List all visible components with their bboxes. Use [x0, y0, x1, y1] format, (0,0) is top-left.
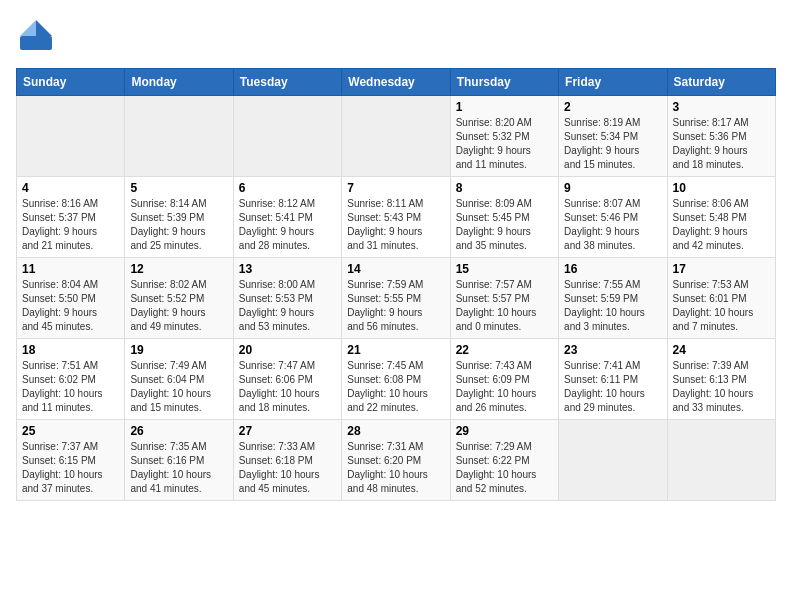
day-info: Sunrise: 7:59 AM Sunset: 5:55 PM Dayligh…: [347, 278, 444, 334]
day-number: 14: [347, 262, 444, 276]
day-number: 28: [347, 424, 444, 438]
calendar-cell: 9Sunrise: 8:07 AM Sunset: 5:46 PM Daylig…: [559, 177, 667, 258]
calendar-week-1: 1Sunrise: 8:20 AM Sunset: 5:32 PM Daylig…: [17, 96, 776, 177]
logo-icon: [16, 16, 56, 56]
day-number: 29: [456, 424, 553, 438]
calendar-cell: [125, 96, 233, 177]
day-info: Sunrise: 7:53 AM Sunset: 6:01 PM Dayligh…: [673, 278, 770, 334]
day-info: Sunrise: 7:39 AM Sunset: 6:13 PM Dayligh…: [673, 359, 770, 415]
day-header-friday: Friday: [559, 69, 667, 96]
calendar-cell: 20Sunrise: 7:47 AM Sunset: 6:06 PM Dayli…: [233, 339, 341, 420]
calendar-cell: 7Sunrise: 8:11 AM Sunset: 5:43 PM Daylig…: [342, 177, 450, 258]
day-number: 24: [673, 343, 770, 357]
day-header-monday: Monday: [125, 69, 233, 96]
calendar-cell: 8Sunrise: 8:09 AM Sunset: 5:45 PM Daylig…: [450, 177, 558, 258]
day-info: Sunrise: 8:09 AM Sunset: 5:45 PM Dayligh…: [456, 197, 553, 253]
calendar-cell: 23Sunrise: 7:41 AM Sunset: 6:11 PM Dayli…: [559, 339, 667, 420]
calendar-cell: [667, 420, 775, 501]
day-info: Sunrise: 7:57 AM Sunset: 5:57 PM Dayligh…: [456, 278, 553, 334]
calendar-cell: 29Sunrise: 7:29 AM Sunset: 6:22 PM Dayli…: [450, 420, 558, 501]
day-info: Sunrise: 7:37 AM Sunset: 6:15 PM Dayligh…: [22, 440, 119, 496]
day-info: Sunrise: 7:49 AM Sunset: 6:04 PM Dayligh…: [130, 359, 227, 415]
day-number: 13: [239, 262, 336, 276]
day-number: 4: [22, 181, 119, 195]
day-number: 9: [564, 181, 661, 195]
day-header-tuesday: Tuesday: [233, 69, 341, 96]
day-info: Sunrise: 8:19 AM Sunset: 5:34 PM Dayligh…: [564, 116, 661, 172]
calendar-cell: 11Sunrise: 8:04 AM Sunset: 5:50 PM Dayli…: [17, 258, 125, 339]
logo: [16, 16, 60, 56]
day-number: 10: [673, 181, 770, 195]
calendar-week-5: 25Sunrise: 7:37 AM Sunset: 6:15 PM Dayli…: [17, 420, 776, 501]
day-header-wednesday: Wednesday: [342, 69, 450, 96]
day-number: 17: [673, 262, 770, 276]
calendar-cell: 6Sunrise: 8:12 AM Sunset: 5:41 PM Daylig…: [233, 177, 341, 258]
day-number: 20: [239, 343, 336, 357]
calendar-cell: 15Sunrise: 7:57 AM Sunset: 5:57 PM Dayli…: [450, 258, 558, 339]
calendar-cell: 4Sunrise: 8:16 AM Sunset: 5:37 PM Daylig…: [17, 177, 125, 258]
day-info: Sunrise: 7:31 AM Sunset: 6:20 PM Dayligh…: [347, 440, 444, 496]
svg-rect-2: [20, 36, 52, 50]
day-number: 8: [456, 181, 553, 195]
calendar-week-3: 11Sunrise: 8:04 AM Sunset: 5:50 PM Dayli…: [17, 258, 776, 339]
svg-marker-1: [20, 20, 36, 36]
calendar-header-row: SundayMondayTuesdayWednesdayThursdayFrid…: [17, 69, 776, 96]
day-number: 5: [130, 181, 227, 195]
day-info: Sunrise: 8:02 AM Sunset: 5:52 PM Dayligh…: [130, 278, 227, 334]
day-header-thursday: Thursday: [450, 69, 558, 96]
day-info: Sunrise: 8:12 AM Sunset: 5:41 PM Dayligh…: [239, 197, 336, 253]
calendar-week-2: 4Sunrise: 8:16 AM Sunset: 5:37 PM Daylig…: [17, 177, 776, 258]
svg-marker-0: [36, 20, 52, 36]
calendar-cell: 26Sunrise: 7:35 AM Sunset: 6:16 PM Dayli…: [125, 420, 233, 501]
day-info: Sunrise: 7:55 AM Sunset: 5:59 PM Dayligh…: [564, 278, 661, 334]
calendar-cell: 2Sunrise: 8:19 AM Sunset: 5:34 PM Daylig…: [559, 96, 667, 177]
day-info: Sunrise: 7:33 AM Sunset: 6:18 PM Dayligh…: [239, 440, 336, 496]
day-info: Sunrise: 8:14 AM Sunset: 5:39 PM Dayligh…: [130, 197, 227, 253]
calendar-cell: [17, 96, 125, 177]
calendar-cell: 1Sunrise: 8:20 AM Sunset: 5:32 PM Daylig…: [450, 96, 558, 177]
day-number: 7: [347, 181, 444, 195]
day-info: Sunrise: 8:11 AM Sunset: 5:43 PM Dayligh…: [347, 197, 444, 253]
day-info: Sunrise: 8:20 AM Sunset: 5:32 PM Dayligh…: [456, 116, 553, 172]
calendar-week-4: 18Sunrise: 7:51 AM Sunset: 6:02 PM Dayli…: [17, 339, 776, 420]
day-number: 12: [130, 262, 227, 276]
day-number: 16: [564, 262, 661, 276]
day-number: 18: [22, 343, 119, 357]
day-info: Sunrise: 7:47 AM Sunset: 6:06 PM Dayligh…: [239, 359, 336, 415]
calendar-cell: 25Sunrise: 7:37 AM Sunset: 6:15 PM Dayli…: [17, 420, 125, 501]
day-info: Sunrise: 8:06 AM Sunset: 5:48 PM Dayligh…: [673, 197, 770, 253]
calendar-cell: 12Sunrise: 8:02 AM Sunset: 5:52 PM Dayli…: [125, 258, 233, 339]
page-header: [16, 16, 776, 56]
calendar-cell: 17Sunrise: 7:53 AM Sunset: 6:01 PM Dayli…: [667, 258, 775, 339]
calendar-cell: 13Sunrise: 8:00 AM Sunset: 5:53 PM Dayli…: [233, 258, 341, 339]
day-number: 25: [22, 424, 119, 438]
day-header-saturday: Saturday: [667, 69, 775, 96]
day-number: 21: [347, 343, 444, 357]
day-info: Sunrise: 8:07 AM Sunset: 5:46 PM Dayligh…: [564, 197, 661, 253]
day-info: Sunrise: 8:04 AM Sunset: 5:50 PM Dayligh…: [22, 278, 119, 334]
calendar-cell: [559, 420, 667, 501]
day-number: 6: [239, 181, 336, 195]
day-number: 3: [673, 100, 770, 114]
day-info: Sunrise: 7:41 AM Sunset: 6:11 PM Dayligh…: [564, 359, 661, 415]
day-number: 26: [130, 424, 227, 438]
day-header-sunday: Sunday: [17, 69, 125, 96]
day-info: Sunrise: 7:43 AM Sunset: 6:09 PM Dayligh…: [456, 359, 553, 415]
day-info: Sunrise: 7:29 AM Sunset: 6:22 PM Dayligh…: [456, 440, 553, 496]
calendar-cell: 16Sunrise: 7:55 AM Sunset: 5:59 PM Dayli…: [559, 258, 667, 339]
day-info: Sunrise: 8:17 AM Sunset: 5:36 PM Dayligh…: [673, 116, 770, 172]
calendar-cell: 18Sunrise: 7:51 AM Sunset: 6:02 PM Dayli…: [17, 339, 125, 420]
day-info: Sunrise: 8:00 AM Sunset: 5:53 PM Dayligh…: [239, 278, 336, 334]
calendar-cell: 21Sunrise: 7:45 AM Sunset: 6:08 PM Dayli…: [342, 339, 450, 420]
day-number: 27: [239, 424, 336, 438]
calendar-cell: 22Sunrise: 7:43 AM Sunset: 6:09 PM Dayli…: [450, 339, 558, 420]
calendar-cell: 3Sunrise: 8:17 AM Sunset: 5:36 PM Daylig…: [667, 96, 775, 177]
calendar-cell: [233, 96, 341, 177]
day-info: Sunrise: 7:51 AM Sunset: 6:02 PM Dayligh…: [22, 359, 119, 415]
day-number: 1: [456, 100, 553, 114]
calendar-cell: 10Sunrise: 8:06 AM Sunset: 5:48 PM Dayli…: [667, 177, 775, 258]
calendar-cell: 14Sunrise: 7:59 AM Sunset: 5:55 PM Dayli…: [342, 258, 450, 339]
day-number: 11: [22, 262, 119, 276]
calendar-cell: 27Sunrise: 7:33 AM Sunset: 6:18 PM Dayli…: [233, 420, 341, 501]
calendar-cell: [342, 96, 450, 177]
